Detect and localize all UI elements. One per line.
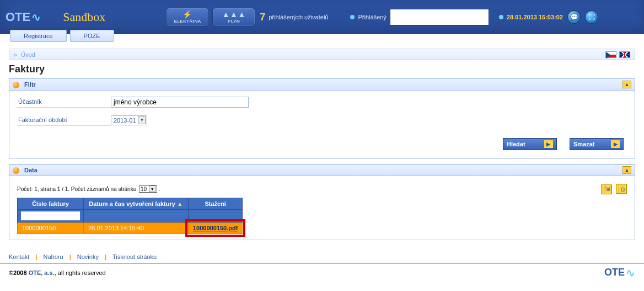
copy-year: ©2008 xyxy=(9,269,27,276)
copyright: ©2008 OTE, a.s., all rights reserved OTE… xyxy=(9,266,635,279)
pulse-icon: ∿ xyxy=(31,10,41,24)
nav-poze[interactable]: POZE xyxy=(70,30,114,42)
print-icon: ⎙ xyxy=(619,184,626,194)
chat-button[interactable]: 💬 xyxy=(567,10,581,24)
footer-logo: OTE ∿ xyxy=(604,266,635,279)
speech-bubble-icon: 💬 xyxy=(570,13,578,21)
users-count-number: 7 xyxy=(260,12,265,23)
flag-en-icon[interactable] xyxy=(619,51,630,58)
table-row[interactable]: 1000000150 28.01.2013 14:15:40 100000015… xyxy=(18,222,243,234)
arrow-right-icon: ▶ xyxy=(544,140,553,148)
mode-tabs: ⚡ ELEKTŘINA ▲▲▲ PLYN xyxy=(166,8,255,27)
content: Faktury Filtr ▲ Účastník Fakturační obdo… xyxy=(9,64,635,240)
chevron-down-icon: ▼ xyxy=(149,186,155,192)
chevron-down-icon: ▼ xyxy=(138,117,146,124)
data-panel-body: Počet: 1, strana 1 / 1. Počet záznamů na… xyxy=(9,176,635,240)
collapse-data-button[interactable]: ▲ xyxy=(622,166,631,174)
footer-news[interactable]: Novinky xyxy=(77,253,99,260)
filter-panel-body: Účastník Fakturační období 2013-01 ▼ Hle… xyxy=(9,91,635,158)
print-button[interactable]: ⎙ xyxy=(616,184,627,194)
data-panel-header: Data ▲ xyxy=(9,165,635,176)
sub-nav: Registrace POZE xyxy=(10,30,114,42)
filter-invoice-no-input[interactable] xyxy=(21,211,80,220)
col-created[interactable]: Datum a čas vytvoření faktury ▲ xyxy=(84,198,189,209)
flame-icon: ▲▲▲ xyxy=(222,10,246,18)
copy-suffix: , all rights reserved xyxy=(55,269,106,276)
sort-asc-icon: ▲ xyxy=(177,200,183,207)
cell-download: 1000000150.pdf xyxy=(189,222,243,234)
cell-invoice-no: 1000000150 xyxy=(18,222,84,234)
participant-label: Účastník xyxy=(17,96,111,108)
col-download[interactable]: Stažení xyxy=(189,198,243,209)
logged-user: Přihlášený xyxy=(350,9,489,25)
filter-heading: Filtr xyxy=(24,81,36,88)
footer-links: Kontakt | Nahoru | Novinky | Tisknout st… xyxy=(9,253,635,260)
tab-electricity[interactable]: ⚡ ELEKTŘINA xyxy=(166,8,209,27)
sandbox-label: Sandbox xyxy=(63,10,105,24)
download-link[interactable]: 1000000150.pdf xyxy=(193,225,238,231)
footer-top[interactable]: Nahoru xyxy=(44,253,63,260)
expand-icon: ⛶ xyxy=(588,13,595,21)
clock: 28.01.2013 15:03:02 xyxy=(499,14,563,20)
logged-user-mask xyxy=(390,9,489,25)
collapse-filter-button[interactable]: ▲ xyxy=(622,81,631,88)
chevron-up-icon: ▲ xyxy=(625,82,630,87)
filter-panel: Filtr ▲ Účastník Fakturační období 2013-… xyxy=(9,78,635,158)
data-table: Číslo faktury Datum a čas vytvoření fakt… xyxy=(17,198,243,234)
bullet-icon xyxy=(13,82,19,88)
plug-icon: ⚡ xyxy=(183,10,192,18)
footer-logo-text: OTE xyxy=(604,267,625,278)
pager-text: Počet: 1, strana 1 / 1. Počet záznamů na… xyxy=(17,186,136,192)
status-dot-icon xyxy=(350,15,355,19)
top-bar: OTE ∿ Sandbox ⚡ ELEKTŘINA ▲▲▲ PLYN 7 při… xyxy=(0,0,644,34)
logo-text: OTE xyxy=(6,10,30,24)
language-flags xyxy=(604,51,630,58)
footer-print[interactable]: Tisknout stránku xyxy=(112,253,157,260)
period-label: Fakturační období xyxy=(17,114,111,126)
breadcrumb: » Úvod xyxy=(9,49,635,60)
bullet-icon xyxy=(13,167,19,174)
export-button[interactable]: ⇲ xyxy=(601,184,612,194)
pager-row: Počet: 1, strana 1 / 1. Počet záznamů na… xyxy=(17,184,627,194)
search-button-label: Hledat xyxy=(507,141,525,147)
clock-dot-icon xyxy=(499,15,503,19)
period-select[interactable]: 2013-01 ▼ xyxy=(111,115,147,125)
fullscreen-button[interactable]: ⛶ xyxy=(585,10,598,24)
data-panel: Data ▲ Počet: 1, strana 1 / 1. Počet záz… xyxy=(9,164,635,240)
nav-register[interactable]: Registrace xyxy=(10,30,67,42)
flag-cz-icon[interactable] xyxy=(605,51,616,58)
data-heading: Data xyxy=(24,167,37,173)
clear-button[interactable]: Smazat ▶ xyxy=(570,138,624,150)
breadcrumb-home[interactable]: Úvod xyxy=(21,51,35,58)
page-size-value: 10 xyxy=(141,186,147,192)
clear-button-label: Smazat xyxy=(573,141,595,147)
clock-text: 28.01.2013 15:03:02 xyxy=(507,14,563,20)
copy-company: OTE, a.s. xyxy=(29,269,55,276)
pulse-icon: ∿ xyxy=(626,266,635,279)
period-value: 2013-01 xyxy=(114,117,136,124)
logo: OTE ∿ xyxy=(6,10,41,24)
users-count: 7 přihlášených uživatelů xyxy=(260,12,328,23)
tab-gas[interactable]: ▲▲▲ PLYN xyxy=(212,8,255,27)
col-invoice-no[interactable]: Číslo faktury xyxy=(18,198,84,209)
search-button[interactable]: Hledat ▶ xyxy=(503,138,557,150)
tab-electricity-label: ELEKTŘINA xyxy=(174,19,201,24)
export-icon: ⇲ xyxy=(604,184,611,194)
filter-panel-header: Filtr ▲ xyxy=(9,79,635,91)
participant-input[interactable] xyxy=(111,97,249,108)
footer-contact[interactable]: Kontakt xyxy=(9,253,29,260)
arrow-right-icon: ▶ xyxy=(611,140,620,148)
filter-actions: Hledat ▶ Smazat ▶ xyxy=(17,133,627,152)
page-size-select[interactable]: 10 ▼ xyxy=(139,185,157,193)
tool-icons: ⇲ ⎙ xyxy=(599,184,627,194)
chevron-up-icon: ▲ xyxy=(625,167,630,173)
logged-label: Přihlášený xyxy=(358,14,386,20)
tab-gas-label: PLYN xyxy=(228,19,240,24)
users-count-label: přihlášených uživatelů xyxy=(269,14,328,20)
filter-row xyxy=(18,209,243,222)
breadcrumb-prefix: » xyxy=(14,51,17,58)
cell-created: 28.01.2013 14:15:40 xyxy=(84,222,189,234)
page-title: Faktury xyxy=(9,64,635,75)
